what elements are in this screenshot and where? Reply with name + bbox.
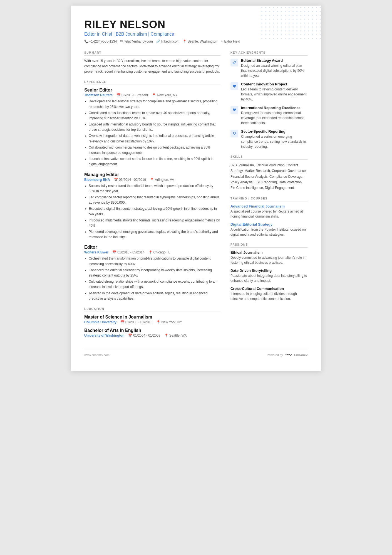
job-bullets-3: Orchestrated the transformation of print…	[84, 256, 220, 301]
edu-location-2: 📍 Seattle, WA	[164, 334, 187, 337]
bullet-2-1: Successfully restructured the editorial …	[89, 183, 220, 194]
location-edu-icon-1: 📍	[156, 320, 160, 324]
passion-item-2: Data-Driven Storytelling Passionate abou…	[230, 268, 308, 283]
edu-meta-1: Columbia University 📅 01/2008 - 01/2010 …	[84, 320, 220, 324]
summary-text: With over 15 years in B2B journalism, I'…	[84, 58, 220, 75]
edu-dates-1: 📅 01/2008 - 01/2010	[120, 320, 152, 324]
experience-section: EXPERIENCE Senior Editor Thomson Reuters…	[84, 80, 220, 301]
job-company-2: Bloomberg BNA	[84, 178, 110, 182]
achievements-section: KEY ACHIEVEMENTS Editorial Strategy Awar…	[230, 51, 308, 149]
experience-title: EXPERIENCE	[84, 80, 220, 85]
job-title-1: Senior Editor	[84, 88, 220, 93]
job-dates-3: 📅 01/2010 - 05/2014	[112, 250, 144, 254]
two-columns: SUMMARY With over 15 years in B2B journa…	[84, 51, 308, 344]
achievement-text-2: Content Innovation Project Led a team to…	[241, 82, 308, 102]
bullet-1-5: Collaborated with commercial teams to de…	[89, 145, 220, 156]
candidate-name: RILEY NELSON	[84, 19, 308, 31]
resume-footer: www.enhancv.com Powered by Enhancv	[84, 349, 308, 358]
job-title-2: Managing Editor	[84, 172, 220, 177]
skills-section: SKILLS B2B Journalism, Editorial Product…	[230, 155, 308, 191]
bullet-2-4: Introduced multimedia storytelling forma…	[89, 218, 220, 228]
edu-degree-2: Bachelor of Arts in English	[84, 328, 220, 333]
candidate-title: Editor in Chief | B2B Journalism | Compl…	[84, 32, 308, 37]
achievement-item-1: Editorial Strategy Award Designed an awa…	[230, 58, 308, 78]
job-dates-1: 📅 03/2019 - Present	[116, 93, 148, 97]
achievement-title-3: International Reporting Excellence	[241, 106, 308, 110]
location-icon-1: 📍	[152, 93, 156, 97]
achievement-icon-1	[230, 59, 238, 66]
bullet-2-2: Led compliance sector reporting that res…	[89, 195, 220, 205]
calendar-icon-3: 📅	[112, 250, 116, 254]
training-course-title-2: Digital Editorial Strategy	[230, 222, 308, 226]
edu-item-1: Master of Science in Journalism Columbia…	[84, 315, 220, 324]
edu-item-2: Bachelor of Arts in English University o…	[84, 328, 220, 337]
passion-desc-2: Passionate about integrating data into s…	[230, 273, 308, 283]
achievement-desc-2: Led a team to revamp content delivery fo…	[241, 87, 308, 102]
location-icon: 📍	[183, 40, 187, 43]
achievement-text-4: Sector-Specific Reporting Championed a s…	[241, 129, 308, 149]
achievement-text-1: Editorial Strategy Award Designed an awa…	[241, 58, 308, 78]
training-item-2: Digital Editorial Strategy A certificati…	[230, 222, 308, 237]
achievement-desc-3: Recognized for outstanding international…	[241, 110, 308, 125]
achievement-item-4: Sector-Specific Reporting Championed a s…	[230, 129, 308, 149]
calendar-icon-2: 📅	[114, 178, 118, 182]
job-title-3: Editor	[84, 245, 220, 250]
achievements-title: KEY ACHIEVEMENTS	[230, 51, 308, 56]
edu-dates-2: 📅 01/2004 - 01/2008	[128, 334, 160, 337]
training-course-title-1: Advanced Financial Journalism	[230, 204, 308, 208]
achievement-title-4: Sector-Specific Reporting	[241, 129, 308, 134]
job-meta-1: Thomson Reuters 📅 03/2019 - Present 📍 Ne…	[84, 93, 220, 97]
achievement-icon-4	[230, 130, 238, 137]
skills-text: B2B Journalism, Editorial Production, Co…	[230, 162, 308, 191]
summary-section: SUMMARY With over 15 years in B2B journa…	[84, 51, 220, 75]
achievement-desc-4: Championed a series on emerging complian…	[241, 134, 308, 149]
bullet-3-4: Assisted in the development of data-driv…	[89, 291, 220, 301]
bullet-1-2: Coordinated cross-functional teams to cr…	[89, 110, 220, 121]
training-title: TRAINING / COURSES	[230, 197, 308, 201]
achievement-icon-3	[230, 106, 238, 114]
job-item-2: Managing Editor Bloomberg BNA 📅 06/2014 …	[84, 172, 220, 240]
job-company-1: Thomson Reuters	[84, 93, 113, 97]
passion-title-1: Ethical Journalism	[230, 250, 308, 255]
bullet-1-4: Oversaw integration of data-driven insig…	[89, 133, 220, 144]
calendar-edu-icon-2: 📅	[128, 334, 132, 337]
bullet-2-3: Executed a digital-first content strateg…	[89, 206, 220, 217]
star-icon: ☆	[220, 40, 223, 43]
skills-title: SKILLS	[230, 155, 308, 160]
contact-email: ✉ help@enhancv.com	[120, 40, 153, 43]
linkedin-icon: 🔗	[156, 40, 160, 43]
bullet-1-6: Launched innovative content series focus…	[89, 156, 220, 167]
job-dates-2: 📅 06/2014 - 02/2019	[114, 178, 146, 182]
passion-title-3: Cross-Cultural Communication	[230, 287, 308, 291]
job-location-2: 📍 Arlington, VA	[150, 178, 174, 182]
training-course-desc-1: A specialized course offered by Reuters …	[230, 209, 308, 219]
contact-linkedin: 🔗 linkedin.com	[156, 40, 180, 43]
left-column: SUMMARY With over 15 years in B2B journa…	[84, 51, 220, 344]
footer-brand: Powered by Enhancv	[267, 352, 308, 358]
passions-section: PASSIONS Ethical Journalism Deeply commi…	[230, 243, 308, 301]
job-meta-3: Wolters Kluwer 📅 01/2010 - 05/2014 📍 Chi…	[84, 250, 220, 254]
email-icon: ✉	[120, 40, 123, 43]
job-company-3: Wolters Kluwer	[84, 250, 108, 254]
right-column: KEY ACHIEVEMENTS Editorial Strategy Awar…	[230, 51, 308, 344]
edu-school-1: Columbia University	[84, 320, 116, 324]
achievement-item-2: Content Innovation Project Led a team to…	[230, 82, 308, 102]
passion-desc-3: Interested in bridging cultural divides …	[230, 291, 308, 301]
edu-meta-2: University of Washington 📅 01/2004 - 01/…	[84, 334, 220, 337]
edu-school-2: University of Washington	[84, 334, 124, 337]
enhancv-brand-name: Enhancv	[294, 353, 308, 357]
location-edu-icon-2: 📍	[164, 334, 168, 337]
bullet-1-1: Developed and led editorial strategy for…	[89, 99, 220, 109]
contact-location: 📍 Seattle, Washington	[183, 40, 217, 43]
enhancv-logo-icon	[285, 352, 292, 358]
passion-desc-1: Deeply committed to advancing journalism…	[230, 255, 308, 265]
contact-phone: 📞 +1-(234)-555-1234	[84, 40, 117, 43]
bullet-1-3: Engaged with international advisory boar…	[89, 122, 220, 132]
powered-by-label: Powered by	[267, 353, 283, 357]
achievement-title-1: Editorial Strategy Award	[241, 58, 308, 63]
summary-title: SUMMARY	[84, 51, 220, 56]
passion-item-1: Ethical Journalism Deeply committed to a…	[230, 250, 308, 265]
job-location-1: 📍 New York, NY	[152, 93, 177, 97]
job-meta-2: Bloomberg BNA 📅 06/2014 - 02/2019 📍 Arli…	[84, 178, 220, 182]
achievement-desc-1: Designed an award-winning editorial plan…	[241, 63, 308, 78]
